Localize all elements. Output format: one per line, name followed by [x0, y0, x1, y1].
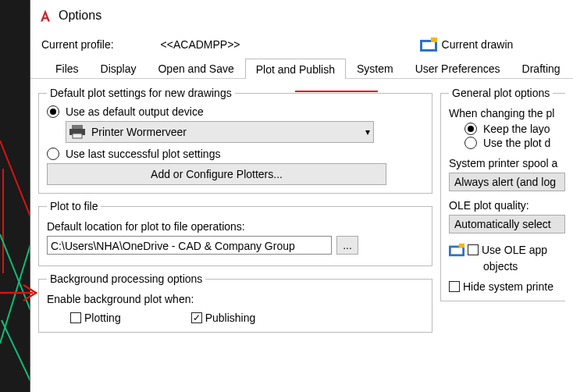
group-legend: General plot options: [449, 87, 553, 99]
svg-rect-13: [459, 244, 464, 248]
tab-files[interactable]: Files: [44, 58, 90, 78]
spool-alert-label: System printer spool a: [449, 157, 565, 169]
svg-rect-12: [451, 248, 463, 254]
tab-display[interactable]: Display: [90, 58, 148, 78]
radio-label: Use as default output device: [66, 105, 204, 118]
drawing-file-icon: [420, 37, 437, 52]
radio-icon: [47, 148, 59, 160]
ole-quality-select[interactable]: Automatically select: [449, 215, 565, 233]
ole-icon: [449, 243, 464, 257]
checkbox-publishing[interactable]: Publishing: [191, 312, 256, 324]
group-legend: Plot to file: [47, 200, 101, 212]
radio-use-last-successful[interactable]: Use last successful plot settings: [47, 148, 424, 160]
printer-icon: [69, 125, 85, 139]
profile-row: Current profile: <<ACADMPP>> Current dra…: [30, 27, 573, 58]
app-logo-icon: [38, 9, 52, 23]
group-background-processing: Background processing options Enable bac…: [38, 273, 432, 333]
titlebar: Options: [30, 0, 573, 27]
checkbox-hide-system-printers[interactable]: Hide system printe: [449, 280, 565, 293]
radio-label: Use the plot d: [483, 137, 550, 149]
checkbox-label: Hide system printe: [463, 280, 553, 293]
radio-default-output-device[interactable]: Use as default output device: [47, 105, 424, 118]
group-plot-to-file: Plot to file Default location for plot t…: [38, 200, 432, 266]
printer-select-value: Printer Wormerveer: [91, 126, 365, 138]
radio-icon: [464, 123, 477, 135]
checkbox-icon: [191, 312, 202, 323]
right-column: General plot options When changing the p…: [440, 87, 565, 339]
group-legend: Background processing options: [47, 273, 205, 285]
checkbox-label: Use OLE app: [482, 244, 547, 256]
tab-user-preferences[interactable]: User Preferences: [404, 58, 511, 78]
tab-plot-and-publish[interactable]: Plot and Publish: [245, 59, 346, 79]
enable-bg-plot-label: Enable background plot when:: [47, 293, 424, 305]
left-column: Default plot settings for new drawings U…: [38, 87, 440, 339]
svg-rect-7: [431, 37, 437, 42]
group-default-plot-settings: Default plot settings for new drawings U…: [38, 87, 432, 194]
radio-icon: [464, 137, 477, 149]
group-legend: Default plot settings for new drawings: [47, 87, 235, 99]
tab-drafting[interactable]: Drafting: [511, 58, 571, 78]
checkbox-icon: [70, 312, 81, 323]
radio-label: Keep the layo: [483, 123, 550, 135]
chevron-down-icon: ▾: [365, 127, 370, 137]
browse-button[interactable]: ...: [336, 236, 358, 255]
spool-alert-select[interactable]: Always alert (and log: [449, 173, 565, 191]
window-title: Options: [59, 9, 101, 23]
options-window: Options Current profile: <<ACADMPP>> Cur…: [30, 0, 573, 392]
checkbox-label: Plotting: [84, 312, 121, 324]
ole-quality-label: OLE plot quality:: [449, 199, 565, 212]
add-configure-plotters-button[interactable]: Add or Configure Plotters...: [47, 163, 386, 185]
svg-rect-10: [73, 134, 82, 138]
plot-file-path-input[interactable]: C:\Users\NHA\OneDrive - CAD & Company Gr…: [47, 236, 332, 255]
checkbox-plotting[interactable]: Plotting: [70, 312, 121, 324]
checkbox-icon: [468, 244, 479, 255]
checkbox-icon: [449, 281, 460, 292]
radio-keep-layout[interactable]: Keep the layo: [464, 123, 565, 135]
checkbox-use-ole-app[interactable]: Use OLE app: [449, 243, 565, 257]
printer-select[interactable]: Printer Wormerveer ▾: [66, 121, 374, 143]
ole-quality-value: Automatically select: [454, 218, 551, 230]
tabstrip: Files Display Open and Save Plot and Pub…: [30, 58, 573, 79]
tab-underline-annotation: [295, 91, 378, 92]
group-general-plot-options: General plot options When changing the p…: [440, 87, 565, 301]
radio-icon: [47, 105, 59, 118]
svg-rect-6: [422, 42, 435, 49]
current-profile-label: Current profile:: [41, 38, 114, 51]
tab-system[interactable]: System: [346, 58, 404, 78]
current-profile-value: <<ACADMPP>>: [161, 38, 240, 51]
svg-rect-8: [72, 125, 83, 129]
current-drawing-label: Current drawin: [442, 38, 514, 51]
spool-alert-value: Always alert (and log: [454, 176, 556, 188]
plot-to-file-label: Default location for plot to file operat…: [47, 220, 424, 233]
checkbox-label: Publishing: [205, 312, 256, 324]
change-plot-label: When changing the pl: [449, 107, 565, 119]
tab-open-and-save[interactable]: Open and Save: [147, 58, 244, 78]
radio-label: Use last successful plot settings: [66, 148, 220, 160]
content-area: Default plot settings for new drawings U…: [30, 79, 573, 339]
radio-use-plot-device[interactable]: Use the plot d: [464, 137, 565, 149]
ole-objects-extra-label: objects: [483, 260, 565, 273]
